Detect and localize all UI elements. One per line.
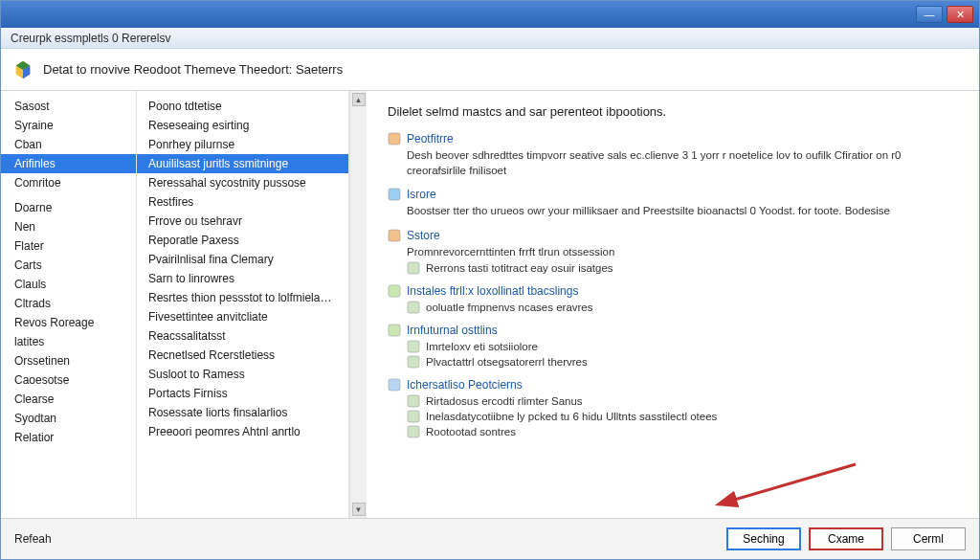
section-icon xyxy=(388,378,401,392)
section-icon xyxy=(388,132,401,146)
section-icon xyxy=(407,301,420,314)
option-item[interactable]: Reseseaing esirting xyxy=(137,116,348,135)
section-icon xyxy=(407,410,420,423)
svg-rect-2 xyxy=(389,230,400,241)
section-heading: Ichersatliso Peotcierns xyxy=(388,378,958,392)
detail-section: SstorePromnrevorcernttinten frrft tlrun … xyxy=(388,229,958,276)
option-item[interactable]: Poono tdtetise xyxy=(137,97,348,116)
svg-rect-9 xyxy=(389,379,400,391)
section-icon xyxy=(388,188,401,201)
category-item[interactable]: Arifinles xyxy=(1,154,136,173)
minimize-button[interactable]: ― xyxy=(916,6,943,23)
detail-section: IsroreBoostser tter tho urueos owr your … xyxy=(388,188,958,219)
scroll-up-button[interactable]: ▲ xyxy=(352,93,366,106)
section-icon xyxy=(388,324,401,337)
category-item[interactable]: Clauls xyxy=(1,275,136,294)
section-subitem: Inelasdatycotiibne ly pcked tu 6 hidu Ul… xyxy=(407,410,958,423)
category-item[interactable]: Relatior xyxy=(1,428,136,447)
category-item[interactable]: Cban xyxy=(1,135,136,154)
detail-heading: Dilelet selmd mastcs and sar perenteot i… xyxy=(388,104,958,119)
category-item[interactable]: Carts xyxy=(1,256,136,275)
section-heading: Sstore xyxy=(388,229,958,242)
detail-section: Irnfuturnal osttlinsImrteloxv eti sotsii… xyxy=(388,324,958,369)
option-item[interactable]: Reporatle Paxess xyxy=(137,231,348,250)
cancel-button[interactable]: Cerml xyxy=(891,527,966,550)
section-icon xyxy=(388,284,401,298)
scrollbar[interactable]: ▲ ▼ xyxy=(349,91,367,518)
option-item[interactable]: Reacssalitatsst xyxy=(137,326,348,346)
svg-rect-4 xyxy=(389,285,400,297)
section-subitem: ooluatle fmpnenvs ncases eravres xyxy=(407,301,958,314)
refresh-link[interactable]: Refeah xyxy=(14,532,719,546)
window: ― ✕ Creurpk essmpletls 0 Rererelsv Detat… xyxy=(0,0,980,560)
option-item[interactable]: Fivesettintee anvitcliate xyxy=(137,307,348,326)
category-item[interactable]: Sasost xyxy=(1,97,136,116)
confirm-button[interactable]: Cxame xyxy=(809,527,883,550)
option-item[interactable]: Preeoori peomres Ahtnl anrtlo xyxy=(137,422,348,441)
section-description: Promnrevorcernttinten frrft tlrun otsses… xyxy=(407,245,958,260)
category-item[interactable]: Comritoe xyxy=(1,173,136,192)
detail-section: PeotfitrreDesh beover sdhredttes timpvor… xyxy=(388,132,958,178)
option-item[interactable]: Ponrhey pilurnse xyxy=(137,135,348,154)
option-item[interactable]: Auuililsast juritls ssmitninge xyxy=(137,154,348,173)
option-item[interactable]: Restfires xyxy=(137,192,348,212)
svg-rect-3 xyxy=(408,262,419,274)
svg-rect-1 xyxy=(389,189,400,200)
section-heading: Isrore xyxy=(388,188,958,201)
section-heading: Irnfuturnal osttlins xyxy=(388,324,958,337)
category-item[interactable]: Cltrads xyxy=(1,294,136,313)
category-list: SasostSyraineCbanArifinlesComritoeDoarne… xyxy=(1,91,137,518)
subheader-text: Creurpk essmpletls 0 Rererelsv xyxy=(11,32,170,45)
footer: Refeah Seching Cxame Cerml xyxy=(1,519,979,559)
content-area: SasostSyraineCbanArifinlesComritoeDoarne… xyxy=(1,91,979,519)
category-item[interactable]: Doarne xyxy=(1,198,136,217)
category-item[interactable]: Orssetinen xyxy=(1,351,136,370)
app-logo-icon xyxy=(12,59,33,80)
svg-rect-0 xyxy=(389,133,400,145)
option-item[interactable]: Pvairilnlisal fina Clemary xyxy=(137,250,348,269)
section-subitem: Rerrons tasti totitract eay osuir isatge… xyxy=(407,261,958,275)
section-heading: Instales ftrll:x loxollinatl tbacslings xyxy=(388,284,958,298)
section-subitem: Rootootad sontres xyxy=(407,425,958,438)
option-list: Poono tdtetiseReseseaing esirtingPonrhey… xyxy=(137,91,349,518)
category-item[interactable]: Nen xyxy=(1,217,136,236)
category-item[interactable]: Caoesotse xyxy=(1,370,136,390)
category-item[interactable]: Syraine xyxy=(1,116,136,135)
category-item[interactable]: Revos Roreage xyxy=(1,313,136,332)
section-subitem: Imrteloxv eti sotsiiolore xyxy=(407,340,958,353)
svg-rect-10 xyxy=(408,395,419,407)
category-item[interactable]: latites xyxy=(1,332,136,351)
svg-rect-11 xyxy=(408,411,419,422)
detail-section: Instales ftrll:x loxollinatl tbacslingso… xyxy=(388,284,958,314)
option-item[interactable]: Rosessate liorts finsalarlios xyxy=(137,403,348,422)
section-icon xyxy=(388,229,401,242)
banner-title: Detat to rnovive Reodoot Themeve Theedor… xyxy=(43,62,343,77)
section-icon xyxy=(407,340,420,353)
option-item[interactable]: Resrtes thion pessstot to lolfmielahes xyxy=(137,288,348,307)
detail-section: Ichersatliso PeotciernsRirtadosus ercodt… xyxy=(388,378,958,438)
option-item[interactable]: Frrove ou tsehravr xyxy=(137,212,348,231)
detail-pane: Dilelet selmd mastcs and sar perenteot i… xyxy=(367,91,979,518)
settings-button[interactable]: Seching xyxy=(726,527,801,550)
option-item[interactable]: Recnetlsed Rcerstletiess xyxy=(137,346,348,365)
svg-rect-7 xyxy=(408,341,419,352)
option-item[interactable]: Reressahal sycostnity pussose xyxy=(137,173,348,192)
option-item[interactable]: Portacts Firniss xyxy=(137,384,348,403)
svg-rect-5 xyxy=(408,302,419,313)
section-subitem: Plvactattrl otsegsatorerrl thervres xyxy=(407,355,958,369)
close-button[interactable]: ✕ xyxy=(947,6,973,23)
svg-rect-6 xyxy=(389,325,400,336)
category-item[interactable]: Syodtan xyxy=(1,409,136,428)
category-item[interactable]: Flater xyxy=(1,236,136,256)
subheader: Creurpk essmpletls 0 Rererelsv xyxy=(1,28,979,49)
section-description: Desh beover sdhredttes timpvorr seative … xyxy=(407,148,958,178)
option-item[interactable]: Sarn to linrowres xyxy=(137,269,348,288)
option-item[interactable]: Susloot to Ramess xyxy=(137,365,348,384)
svg-rect-8 xyxy=(408,356,419,368)
scroll-down-button[interactable]: ▼ xyxy=(352,503,366,516)
section-heading: Peotfitrre xyxy=(388,132,958,146)
section-icon xyxy=(407,394,420,408)
svg-rect-12 xyxy=(408,426,419,437)
category-item[interactable]: Clearse xyxy=(1,390,136,409)
section-icon xyxy=(407,425,420,438)
